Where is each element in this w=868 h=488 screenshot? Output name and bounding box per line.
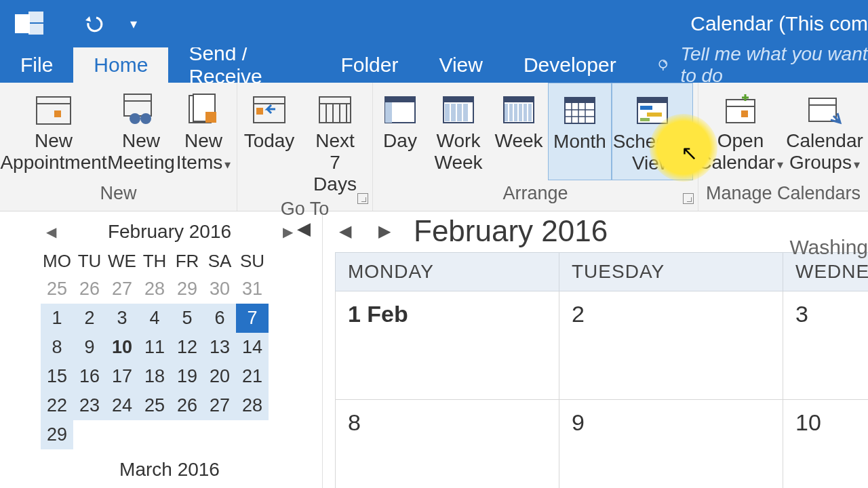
mini-day-cell[interactable]: 14 [236,333,269,362]
calendar-groups-button[interactable]: Calendar Groups [783,83,867,180]
mini-day-cell[interactable]: 6 [203,304,236,333]
mini-day-cell[interactable]: 7 [236,304,269,333]
mini-day-cell[interactable]: 27 [106,274,138,304]
content-area: ◀ ◀ February 2016 ▶ MOTUWETHFRSASU 25262… [0,211,868,488]
tab-view[interactable]: View [418,47,502,83]
svg-rect-42 [565,98,595,103]
mini-day-cell[interactable]: 26 [73,274,106,304]
new-items-button[interactable]: New Items [175,83,232,180]
undo-icon[interactable] [83,14,106,34]
qat-customize-icon[interactable]: ▾ [130,16,137,32]
next-mini-cal-title: March 2016 [41,459,298,481]
week-button[interactable]: Week [490,83,548,180]
mini-day-cell[interactable]: 31 [236,274,269,304]
arrange-dialog-launcher[interactable] [683,193,694,204]
today-icon [251,88,288,130]
month-button[interactable]: Month [548,83,612,180]
month-grid[interactable]: MONDAYTUESDAYWEDNESE 1 Feb23 8910 [335,252,868,488]
mini-day-cell[interactable]: 11 [138,333,171,362]
new-items-icon [185,88,222,130]
open-calendar-button[interactable]: Open Calendar [698,83,783,180]
mini-day-cell[interactable]: 19 [171,362,203,391]
mini-day-cell[interactable]: 29 [41,420,73,449]
mini-day-cell[interactable]: 3 [106,304,138,333]
svg-rect-8 [124,94,151,116]
svg-rect-29 [445,104,450,121]
day-cell[interactable]: 9 [559,400,783,489]
mini-day-cell[interactable]: 10 [106,333,138,362]
svg-rect-28 [443,97,473,102]
mini-day-cell [236,420,269,449]
calendar-groups-icon [806,88,843,130]
mini-day-cell[interactable]: 25 [138,391,171,420]
mini-day-cell[interactable]: 2 [73,304,106,333]
tell-me-search[interactable]: Tell me what you want to do [657,47,868,83]
mini-day-cell [106,420,138,449]
schedule-view-button[interactable]: Schedule View [612,83,693,180]
open-calendar-icon [722,88,759,130]
tab-home[interactable]: Home [73,47,168,83]
new-appointment-button[interactable]: New Appointment [0,83,107,180]
mini-day-cell[interactable]: 13 [203,333,236,362]
mini-day-cell[interactable]: 16 [73,362,106,391]
svg-point-11 [140,113,151,124]
work-week-button[interactable]: Work Week [427,83,490,180]
day-cell[interactable]: 2 [559,291,783,400]
mini-cal-title: February 2016 [108,221,231,243]
day-cell[interactable]: 8 [336,400,559,489]
mini-day-cell[interactable]: 28 [138,274,171,304]
group-arrange: Day Work Week Week [373,83,698,211]
mini-day-cell[interactable]: 30 [203,274,236,304]
svg-rect-38 [519,104,522,121]
mini-day-cell[interactable]: 26 [171,391,203,420]
mini-day-cell[interactable]: 23 [73,391,106,420]
today-button[interactable]: Today [237,83,301,196]
mini-day-cell[interactable]: 20 [203,362,236,391]
sidebar-collapse-icon[interactable]: ◀ [297,218,311,239]
mini-day-cell [171,420,203,449]
mini-day-cell[interactable]: 15 [41,362,73,391]
next7-label: Next 7 Days [308,130,362,196]
svg-rect-4 [663,67,664,70]
new-meeting-button[interactable]: New Meeting [107,83,175,180]
work-week-icon [442,88,475,130]
tab-developer[interactable]: Developer [503,47,637,83]
tab-send-receive[interactable]: Send / Receive [168,47,320,83]
prev-month-icon[interactable]: ◀ [41,221,62,243]
svg-rect-2 [28,24,43,35]
svg-rect-26 [385,102,392,123]
mini-day-cell[interactable]: 24 [106,391,138,420]
day-cell[interactable]: 10 [783,400,869,489]
mini-day-cell[interactable]: 12 [171,333,203,362]
mini-day-cell[interactable]: 18 [138,362,171,391]
mini-day-cell[interactable]: 5 [171,304,203,333]
mini-day-cell[interactable]: 28 [236,391,269,420]
mini-dow-label: SU [236,248,269,274]
tab-folder[interactable]: Folder [320,47,418,83]
mini-day-cell[interactable]: 29 [171,274,203,304]
tab-file[interactable]: File [0,47,73,83]
mini-day-cell[interactable]: 9 [73,333,106,362]
mini-day-cell[interactable]: 25 [41,274,73,304]
group-manage-calendars: Open Calendar Calendar Groups Manage Cal… [698,83,868,211]
mini-day-cell[interactable]: 4 [138,304,171,333]
mini-day-cell[interactable]: 22 [41,391,73,420]
day-cell[interactable]: 3 [783,291,869,400]
mini-day-cell[interactable]: 17 [106,362,138,391]
svg-rect-56 [809,98,836,121]
svg-rect-5 [37,97,71,124]
mini-day-cell[interactable]: 8 [41,333,73,362]
new-appointment-label: New Appointment [0,130,106,174]
next-7-days-button[interactable]: Next 7 Days [301,83,369,196]
mini-day-cell[interactable]: 27 [203,391,236,420]
mini-day-cell[interactable]: 21 [236,362,269,391]
svg-rect-35 [505,104,508,121]
mini-dow-label: MO [41,248,73,274]
day-cell[interactable]: 1 Feb [336,291,559,400]
next-period-icon[interactable]: ▶ [374,219,395,243]
week-label: Week [494,130,542,152]
day-button[interactable]: Day [373,83,427,180]
mini-day-cell[interactable]: 1 [41,304,73,333]
svg-rect-31 [457,104,462,121]
goto-dialog-launcher[interactable] [357,193,368,204]
